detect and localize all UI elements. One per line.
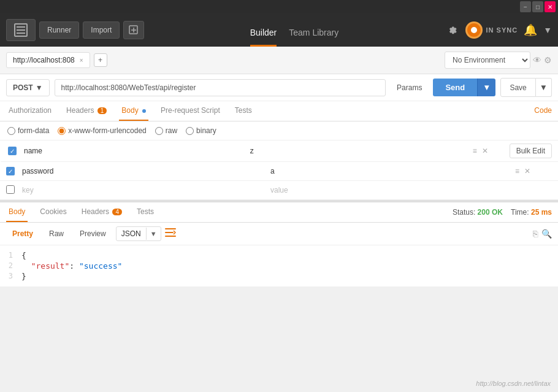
code-link[interactable]: Code <box>534 101 552 121</box>
tab-builder[interactable]: Builder <box>250 17 277 47</box>
res-headers-badge: 4 <box>112 209 122 215</box>
top-nav: Runner Import Builder Team Library <box>0 13 558 47</box>
import-button[interactable]: Import <box>83 21 120 39</box>
form-table: name z ≡ ✕ Bulk Edit password a ≡ ✕ key … <box>0 140 558 200</box>
sync-label: IN SYNC <box>486 26 518 34</box>
format-select-label: JSON <box>117 227 146 240</box>
row-menu-icon-2[interactable]: ≡ <box>515 167 519 175</box>
form-actions-name: ≡ ✕ <box>473 147 510 155</box>
import-label: Import <box>91 26 112 34</box>
status-ok: 200 OK <box>478 208 503 217</box>
params-button[interactable]: Params <box>391 80 428 96</box>
row-delete-icon[interactable]: ✕ <box>482 147 488 155</box>
form-data-radio[interactable]: form-data <box>7 126 49 135</box>
add-tab-button[interactable]: + <box>94 53 107 67</box>
tab-team-library[interactable]: Team Library <box>289 17 338 47</box>
tab-body[interactable]: Body <box>119 101 148 121</box>
res-tab-tests[interactable]: Tests <box>134 202 156 222</box>
wrap-button[interactable] <box>165 228 176 239</box>
save-button-group: Save ▼ <box>500 78 552 97</box>
code-content-2: "result": "success" <box>21 261 122 271</box>
send-dropdown-button[interactable]: ▼ <box>477 79 495 96</box>
form-value-placeholder[interactable]: value <box>267 184 515 196</box>
res-tab-body[interactable]: Body <box>6 202 28 222</box>
tab-tests[interactable]: Tests <box>232 101 254 121</box>
row-checkbox-empty[interactable] <box>6 185 18 196</box>
close-button[interactable]: ✕ <box>545 1 556 12</box>
bulk-edit-button[interactable]: Bulk Edit <box>510 144 552 158</box>
runner-button[interactable]: Runner <box>39 21 79 39</box>
sync-area: IN SYNC <box>465 21 518 39</box>
form-key-password[interactable]: password <box>18 165 267 177</box>
url-bar-row: http://localhost:808 × + No Environment … <box>0 47 558 74</box>
tab-authorization[interactable]: Authorization <box>6 101 54 121</box>
form-row-name: name z ≡ ✕ Bulk Edit <box>0 140 558 162</box>
add-tab-icon: + <box>98 56 102 64</box>
tab-headers[interactable]: Headers 1 <box>64 101 109 121</box>
settings-gear-icon[interactable] <box>445 23 459 37</box>
form-value-name[interactable]: z <box>247 145 473 157</box>
code-content-3: } <box>21 272 26 281</box>
body-type-bar: form-data x-www-form-urlencoded raw bina… <box>0 121 558 140</box>
request-tabs: Authorization Headers 1 Body Pre-request… <box>0 101 558 121</box>
save-dropdown-button[interactable]: ▼ <box>536 78 552 97</box>
code-line-2: 2 "result": "success" <box>0 261 558 271</box>
code-content-1: { <box>21 251 26 260</box>
row-delete-icon-2[interactable]: ✕ <box>524 167 530 175</box>
row-menu-icon[interactable]: ≡ <box>473 147 477 155</box>
footer-watermark: http://blog.csdn.net/lintax <box>476 380 551 387</box>
response-toolbar: Pretty Raw Preview JSON ▼ ⎘ 🔍 <box>0 223 558 245</box>
save-button[interactable]: Save <box>500 78 535 97</box>
line-number-3: 3 <box>0 272 21 281</box>
res-tab-headers[interactable]: Headers 4 <box>79 202 124 222</box>
line-number-2: 2 <box>0 261 21 271</box>
environment-selector: No Environment 👁 ⚙ <box>445 52 552 69</box>
binary-radio[interactable]: binary <box>186 126 216 135</box>
eye-icon[interactable]: 👁 <box>533 55 541 65</box>
maximize-button[interactable]: □ <box>532 1 543 12</box>
svg-rect-2 <box>17 33 25 34</box>
raw-radio[interactable]: raw <box>155 126 177 135</box>
new-tab-icon <box>129 25 139 35</box>
title-bar: − □ ✕ <box>0 0 558 13</box>
res-tab-cookies[interactable]: Cookies <box>37 202 69 222</box>
copy-icon[interactable]: ⎘ <box>533 229 538 239</box>
url-encoded-radio[interactable]: x-www-form-urlencoded <box>58 126 146 135</box>
minimize-button[interactable]: − <box>520 1 531 12</box>
line-number-1: 1 <box>0 251 21 260</box>
nav-chevron-button[interactable]: ▼ <box>543 25 552 35</box>
environment-select[interactable]: No Environment <box>445 52 530 69</box>
request-line: POST ▼ Params Send ▼ Save ▼ <box>0 74 558 101</box>
send-button[interactable]: Send <box>433 79 477 96</box>
form-key-placeholder[interactable]: key <box>18 184 267 196</box>
format-chevron-icon[interactable]: ▼ <box>146 228 161 240</box>
svg-rect-7 <box>165 232 174 233</box>
row-checkbox-password[interactable] <box>6 167 18 175</box>
runner-label: Runner <box>47 26 71 34</box>
form-row-empty: key value <box>0 181 558 200</box>
sync-circle <box>465 21 483 39</box>
sidebar-toggle-button[interactable] <box>6 19 36 41</box>
url-input[interactable] <box>55 79 386 96</box>
env-settings-icon[interactable]: ⚙ <box>544 55 552 65</box>
tab-pre-request[interactable]: Pre-request Script <box>158 101 223 121</box>
format-preview[interactable]: Preview <box>74 227 112 240</box>
method-label: POST <box>13 83 33 92</box>
row-checkbox-name[interactable] <box>8 147 20 155</box>
search-icon[interactable]: 🔍 <box>541 229 552 239</box>
format-raw[interactable]: Raw <box>43 227 70 240</box>
response-status: Status: 200 OK Time: 25 ms <box>453 208 552 217</box>
request-tab[interactable]: http://localhost:808 × <box>6 52 90 68</box>
bell-icon[interactable]: 🔔 <box>524 23 537 37</box>
form-row-password: password a ≡ ✕ <box>0 162 558 181</box>
format-pretty[interactable]: Pretty <box>6 227 39 240</box>
code-view: 1 { 2 "result": "success" 3 } <box>0 245 558 286</box>
svg-rect-0 <box>17 26 25 28</box>
form-value-password[interactable]: a <box>267 165 515 177</box>
tab-close-button[interactable]: × <box>80 57 83 64</box>
svg-rect-6 <box>165 228 176 229</box>
form-key-name[interactable]: name <box>20 145 247 157</box>
new-tab-button[interactable] <box>123 21 144 39</box>
body-dot <box>142 109 146 113</box>
method-selector[interactable]: POST ▼ <box>6 79 50 96</box>
